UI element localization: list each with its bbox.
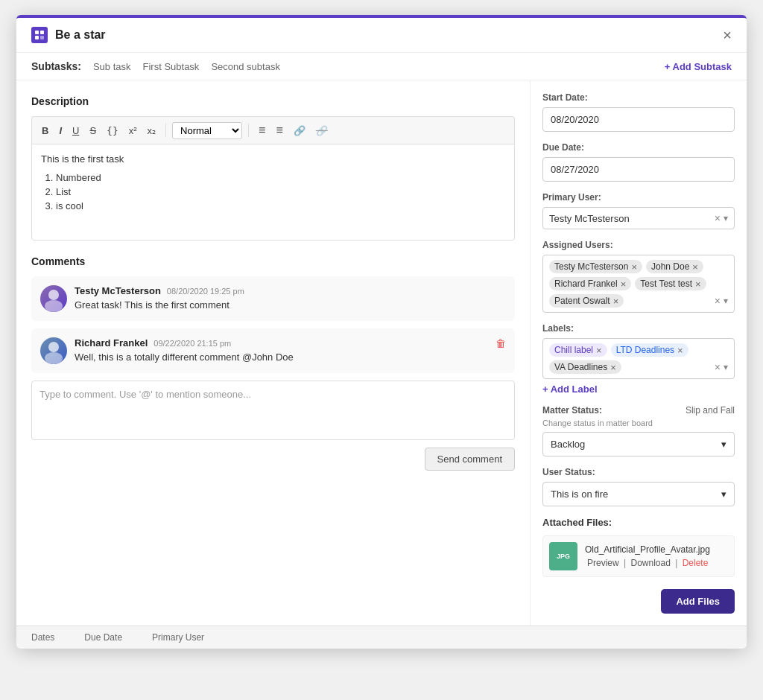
svg-point-6 — [48, 342, 59, 352]
user-status-label: User Status: — [542, 467, 735, 477]
underline-button[interactable]: U — [69, 123, 83, 139]
right-panel: Start Date: Due Date: Primary User: Test… — [531, 80, 747, 626]
assigned-user-tag-4[interactable]: Patent Oswalt × — [549, 294, 624, 308]
modal-title: Be a star — [55, 28, 106, 42]
close-button[interactable]: × — [723, 28, 732, 42]
bottom-bar: Dates Due Date Primary User — [16, 626, 747, 649]
primary-user-select[interactable]: Testy McTesterson × ▾ — [542, 207, 735, 229]
matter-status-value: Backlog — [551, 439, 585, 450]
task-icon — [31, 27, 48, 43]
svg-rect-1 — [40, 31, 44, 34]
primary-user-clear-button[interactable]: × — [715, 212, 721, 224]
file-info-0: Old_Artificial_Profile_Avatar.jpg Previe… — [585, 544, 710, 568]
primary-user-chevron[interactable]: ▾ — [724, 213, 728, 223]
attached-files-title: Attached Files: — [542, 517, 735, 528]
subtask-link-3[interactable]: Second subtask — [211, 61, 280, 72]
labels-chevron[interactable]: ▾ — [724, 362, 728, 372]
start-date-input[interactable] — [542, 107, 735, 132]
file-delete-link-0[interactable]: Delete — [683, 558, 709, 568]
due-date-label: Due Date: — [542, 142, 735, 153]
assigned-users-label: Assigned Users: — [542, 240, 735, 250]
label-tag-0[interactable]: Chill label × — [549, 343, 607, 357]
assigned-user-tag-0[interactable]: Testy McTesterson × — [549, 260, 642, 273]
comments-section: Comments Testy McTesterson — [31, 255, 515, 471]
user-status-chevron-icon: ▾ — [721, 489, 726, 500]
label-name-1: LTD Deadlines — [616, 345, 674, 355]
assigned-user-tag-1[interactable]: John Doe × — [646, 260, 703, 273]
svg-rect-0 — [35, 31, 39, 34]
labels-actions: × ▾ — [715, 361, 728, 373]
send-comment-button[interactable]: Send comment — [425, 448, 515, 471]
comments-title: Comments — [31, 255, 515, 267]
assigned-user-remove-3[interactable]: × — [695, 279, 701, 289]
add-subtask-button[interactable]: + Add Subtask — [665, 61, 732, 72]
assigned-user-remove-0[interactable]: × — [631, 262, 637, 272]
comment-2-body: Richard Frankel 09/22/2020 21:15 pm Well… — [75, 337, 506, 364]
delete-comment-icon[interactable]: 🗑 — [496, 337, 506, 349]
assigned-user-name-2: Richard Frankel — [554, 279, 618, 289]
file-download-link-0[interactable]: Download — [630, 558, 670, 568]
toolbar-divider — [165, 124, 166, 137]
matter-status-chevron-icon: ▾ — [721, 439, 726, 450]
superscript-button[interactable]: x² — [125, 123, 141, 139]
subscript-button[interactable]: x₂ — [144, 123, 160, 139]
subtasks-bar: Subtasks: Sub task First Subtask Second … — [16, 53, 747, 80]
editor-content[interactable]: This is the first task Numbered List is … — [31, 144, 515, 241]
comment-item-1: Testy McTesterson 08/20/2020 19:25 pm Gr… — [31, 276, 515, 321]
label-remove-2[interactable]: × — [610, 363, 616, 372]
comment-1-body: Testy McTesterson 08/20/2020 19:25 pm Gr… — [75, 285, 506, 312]
subtask-link-2[interactable]: First Subtask — [143, 61, 200, 72]
assigned-user-tag-2[interactable]: Richard Frankel × — [549, 277, 631, 290]
unlink-button[interactable]: 🔗 — [312, 123, 332, 139]
label-name-0: Chill label — [554, 345, 593, 355]
bold-button[interactable]: B — [38, 123, 52, 139]
bottom-bar-primary-user: Primary User — [152, 632, 204, 643]
assigned-user-remove-4[interactable]: × — [613, 296, 619, 306]
heading-select[interactable]: Normal Heading 1 Heading 2 — [172, 122, 242, 139]
label-tag-2[interactable]: VA Deadlines × — [549, 360, 621, 374]
add-label-button[interactable]: + Add Label — [542, 384, 598, 395]
matter-board-name: Slip and Fall — [686, 405, 735, 416]
labels-section: Chill label × LTD Deadlines × VA Deadlin… — [542, 338, 735, 395]
svg-point-7 — [45, 352, 63, 364]
svg-point-5 — [45, 300, 63, 312]
list-item-2: List — [56, 186, 505, 197]
labels-tags-wrap: Chill label × LTD Deadlines × VA Deadlin… — [542, 338, 735, 379]
assigned-users-clear-button[interactable]: × — [715, 295, 721, 307]
strikethrough-button[interactable]: S — [86, 123, 100, 139]
assigned-user-tag-3[interactable]: Test Test test × — [635, 277, 706, 290]
assigned-user-name-3: Test Test test — [640, 279, 692, 289]
add-files-button[interactable]: Add Files — [661, 589, 735, 614]
assigned-users-chevron[interactable]: ▾ — [724, 296, 728, 306]
toolbar-divider-2 — [248, 124, 249, 137]
primary-user-label: Primary User: — [542, 192, 735, 203]
assigned-user-name-0: Testy McTesterson — [554, 261, 628, 272]
editor-toolbar: B I U S {} x² x₂ Normal Heading 1 Headin… — [31, 116, 515, 144]
bullet-list-button[interactable]: ≡ — [255, 121, 269, 139]
assigned-user-remove-1[interactable]: × — [692, 262, 698, 272]
start-date-label: Start Date: — [542, 92, 735, 103]
assigned-user-remove-2[interactable]: × — [621, 279, 627, 289]
subtask-link-1[interactable]: Sub task — [93, 61, 131, 72]
assigned-user-name-4: Patent Oswalt — [554, 296, 610, 306]
user-status-dropdown[interactable]: This is on fire ▾ — [542, 482, 735, 506]
svg-point-4 — [48, 290, 59, 300]
change-status-hint: Change status in matter board — [542, 419, 735, 427]
comment-input[interactable]: Type to comment. Use '@' to mention some… — [31, 381, 515, 440]
labels-clear-button[interactable]: × — [715, 361, 721, 373]
italic-button[interactable]: I — [55, 123, 66, 139]
label-remove-0[interactable]: × — [596, 346, 602, 355]
comment-1-date: 08/20/2020 19:25 pm — [167, 287, 244, 296]
code-block-button[interactable]: {} — [103, 123, 122, 139]
matter-status-dropdown[interactable]: Backlog ▾ — [542, 432, 735, 456]
comment-1-author: Testy McTesterson — [75, 285, 161, 296]
comment-1-header: Testy McTesterson 08/20/2020 19:25 pm — [75, 285, 506, 296]
due-date-input[interactable] — [542, 157, 735, 182]
link-button[interactable]: 🔗 — [290, 123, 309, 139]
label-tag-1[interactable]: LTD Deadlines × — [611, 343, 688, 357]
file-preview-link-0[interactable]: Preview — [587, 558, 619, 568]
matter-status-header: Matter Status: Slip and Fall — [542, 405, 735, 416]
ordered-list-button[interactable]: ≡ — [272, 121, 286, 139]
label-remove-1[interactable]: × — [677, 346, 683, 355]
file-item-0: JPG Old_Artificial_Profile_Avatar.jpg Pr… — [542, 535, 735, 577]
